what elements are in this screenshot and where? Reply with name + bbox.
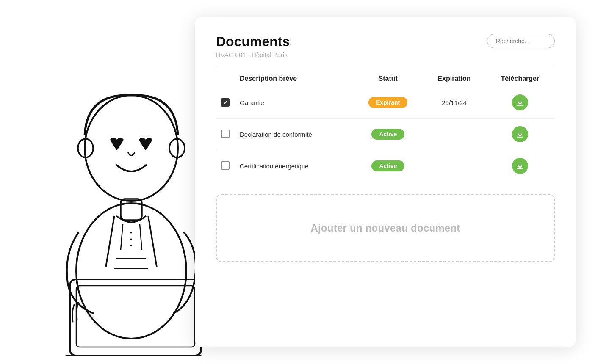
svg-line-2 [148, 216, 157, 267]
checkbox-cell [216, 87, 235, 119]
table-row: GarantieExpirant29/11/24 [216, 87, 555, 119]
table-header: Description brève Statut Expiration Télé… [216, 71, 555, 87]
table-body: GarantieExpirant29/11/24 Déclaration de … [216, 87, 555, 182]
row-download [485, 150, 555, 182]
checkbox-cell [216, 150, 235, 182]
svg-line-3 [121, 224, 123, 250]
header-divider [216, 66, 555, 66]
svg-line-4 [140, 224, 142, 250]
row-description: Déclaration de conformité [235, 119, 353, 150]
row-download [485, 87, 555, 119]
svg-line-1 [106, 216, 114, 267]
row-expiration [423, 150, 485, 182]
col-telecharger-header: Télécharger [485, 71, 555, 87]
svg-rect-9 [70, 279, 201, 356]
add-document-area[interactable]: Ajouter un nouveau document [216, 194, 555, 262]
row-statut: Active [353, 119, 423, 150]
documents-table: Description brève Statut Expiration Télé… [216, 71, 555, 182]
svg-point-0 [76, 203, 186, 339]
table-row: Déclaration de conformitéActive [216, 119, 555, 150]
panel-header: Documents HVAC-001 - Hôpital Paris [216, 34, 555, 58]
panel-title: Documents [216, 34, 290, 50]
row-statut: Active [353, 150, 423, 182]
download-button[interactable] [512, 94, 528, 110]
row-description: Garantie [235, 87, 353, 119]
svg-rect-8 [121, 199, 142, 220]
col-description-header: Description brève [235, 71, 353, 87]
row-download [485, 119, 555, 150]
table-row: Certification énergétiqueActive [216, 150, 555, 182]
search-input[interactable] [487, 34, 555, 48]
download-button[interactable] [512, 126, 528, 142]
status-badge: Expirant [368, 97, 407, 108]
documents-panel: Documents HVAC-001 - Hôpital Paris Descr… [195, 17, 576, 347]
checkbox-cell [216, 119, 235, 150]
col-statut-header: Statut [353, 71, 423, 87]
row-statut: Expirant [353, 87, 423, 119]
panel-title-group: Documents HVAC-001 - Hôpital Paris [216, 34, 290, 58]
col-expiration-header: Expiration [423, 71, 485, 87]
svg-point-5 [85, 95, 178, 201]
row-description: Certification énergétique [235, 150, 353, 182]
download-button[interactable] [512, 158, 528, 174]
row-expiration: 29/11/24 [423, 87, 485, 119]
row-checkbox[interactable] [221, 161, 230, 170]
panel-subtitle: HVAC-001 - Hôpital Paris [216, 51, 290, 58]
row-checkbox[interactable] [221, 130, 230, 138]
row-checkbox[interactable] [221, 98, 230, 107]
col-checkbox [216, 71, 235, 87]
add-document-label: Ajouter un nouveau document [310, 222, 460, 234]
status-badge: Active [371, 129, 404, 140]
status-badge: Active [371, 160, 404, 171]
row-expiration [423, 119, 485, 150]
